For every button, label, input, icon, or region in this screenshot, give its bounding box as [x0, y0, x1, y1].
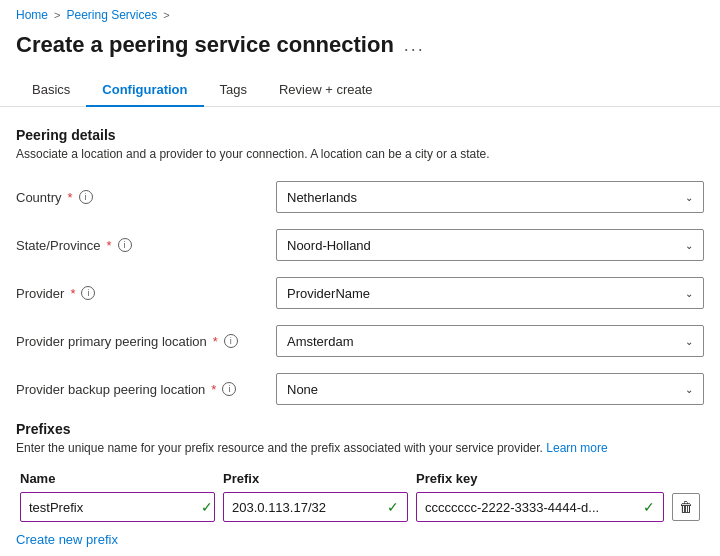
- breadcrumb-home[interactable]: Home: [16, 8, 48, 22]
- breadcrumb-sep2: >: [163, 9, 169, 21]
- backup-location-chevron-icon: ⌄: [685, 384, 693, 395]
- breadcrumb-sep1: >: [54, 9, 60, 21]
- prefixes-section: Prefixes Enter the unique name for your …: [16, 421, 704, 547]
- country-required: *: [68, 190, 73, 205]
- prefix-value: 203.0.113.17/32: [232, 500, 326, 515]
- primary-location-dropdown[interactable]: Amsterdam ⌄: [276, 325, 704, 357]
- prefix-key-check-icon: ✓: [643, 499, 655, 515]
- col-header-name: Name: [20, 471, 215, 486]
- backup-location-label: Provider backup peering location * i: [16, 382, 276, 397]
- backup-location-dropdown[interactable]: None ⌄: [276, 373, 704, 405]
- tab-configuration[interactable]: Configuration: [86, 74, 203, 107]
- tab-review[interactable]: Review + create: [263, 74, 389, 107]
- breadcrumb: Home > Peering Services >: [0, 0, 720, 26]
- prefix-key-dropdown[interactable]: cccccccc-2222-3333-4444-d... ✓: [416, 492, 664, 522]
- tab-basics[interactable]: Basics: [16, 74, 86, 107]
- more-options-icon[interactable]: ...: [404, 35, 425, 56]
- delete-prefix-button[interactable]: 🗑: [672, 493, 700, 521]
- peering-details-title: Peering details: [16, 127, 704, 143]
- page-header: Create a peering service connection ...: [0, 26, 720, 74]
- tabs: Basics Configuration Tags Review + creat…: [0, 74, 720, 107]
- primary-location-required: *: [213, 334, 218, 349]
- state-row: State/Province * i Noord-Holland ⌄: [16, 229, 704, 261]
- prefix-value-dropdown[interactable]: 203.0.113.17/32 ✓: [223, 492, 408, 522]
- table-row: ✓ 203.0.113.17/32 ✓ cccccccc-2222-3333-4…: [16, 492, 704, 522]
- provider-info-icon[interactable]: i: [81, 286, 95, 300]
- page-title: Create a peering service connection: [16, 32, 394, 58]
- col-header-prefixkey: Prefix key: [416, 471, 700, 486]
- country-dropdown[interactable]: Netherlands ⌄: [276, 181, 704, 213]
- breadcrumb-service[interactable]: Peering Services: [66, 8, 157, 22]
- primary-location-value: Amsterdam: [287, 334, 353, 349]
- state-label: State/Province * i: [16, 238, 276, 253]
- primary-location-info-icon[interactable]: i: [224, 334, 238, 348]
- state-value: Noord-Holland: [287, 238, 371, 253]
- tab-tags[interactable]: Tags: [204, 74, 263, 107]
- prefixes-title: Prefixes: [16, 421, 704, 437]
- country-chevron-icon: ⌄: [685, 192, 693, 203]
- backup-location-info-icon[interactable]: i: [222, 382, 236, 396]
- create-new-prefix-link[interactable]: Create new prefix: [16, 532, 118, 547]
- provider-label: Provider * i: [16, 286, 276, 301]
- backup-location-row: Provider backup peering location * i Non…: [16, 373, 704, 405]
- country-info-icon[interactable]: i: [79, 190, 93, 204]
- provider-chevron-icon: ⌄: [685, 288, 693, 299]
- state-required: *: [107, 238, 112, 253]
- primary-location-label: Provider primary peering location * i: [16, 334, 276, 349]
- learn-more-link[interactable]: Learn more: [546, 441, 607, 455]
- delete-icon: 🗑: [679, 499, 693, 515]
- col-header-prefix: Prefix: [223, 471, 408, 486]
- provider-dropdown[interactable]: ProviderName ⌄: [276, 277, 704, 309]
- prefix-key-value: cccccccc-2222-3333-4444-d...: [425, 500, 599, 515]
- primary-location-chevron-icon: ⌄: [685, 336, 693, 347]
- country-row: Country * i Netherlands ⌄: [16, 181, 704, 213]
- provider-row: Provider * i ProviderName ⌄: [16, 277, 704, 309]
- prefix-name-input-wrapper[interactable]: ✓: [20, 492, 215, 522]
- state-info-icon[interactable]: i: [118, 238, 132, 252]
- peering-details-desc: Associate a location and a provider to y…: [16, 147, 704, 161]
- prefix-name-input[interactable]: [29, 500, 197, 515]
- state-dropdown[interactable]: Noord-Holland ⌄: [276, 229, 704, 261]
- provider-value: ProviderName: [287, 286, 370, 301]
- backup-location-value: None: [287, 382, 318, 397]
- primary-location-row: Provider primary peering location * i Am…: [16, 325, 704, 357]
- prefixes-table-header: Name Prefix Prefix key: [16, 471, 704, 486]
- country-label: Country * i: [16, 190, 276, 205]
- prefix-check-icon: ✓: [387, 499, 399, 515]
- country-value: Netherlands: [287, 190, 357, 205]
- provider-required: *: [70, 286, 75, 301]
- backup-location-required: *: [211, 382, 216, 397]
- content-area: Peering details Associate a location and…: [0, 107, 720, 556]
- state-chevron-icon: ⌄: [685, 240, 693, 251]
- name-check-icon: ✓: [201, 499, 213, 515]
- prefixes-desc: Enter the unique name for your prefix re…: [16, 441, 704, 455]
